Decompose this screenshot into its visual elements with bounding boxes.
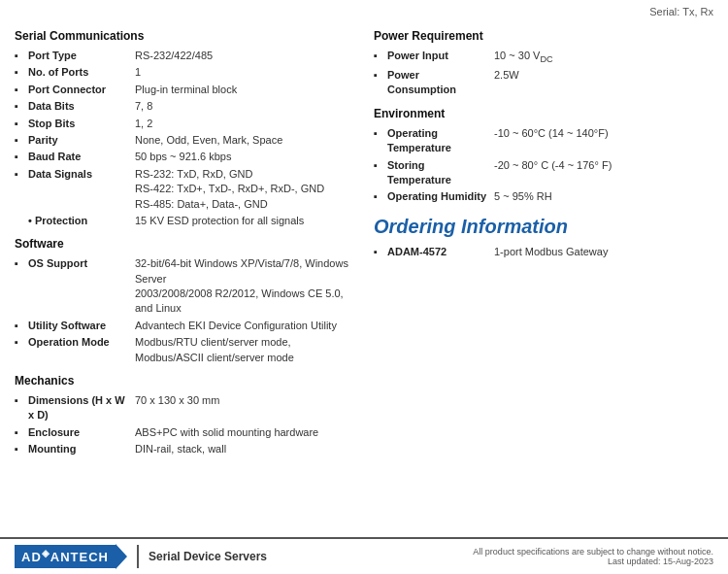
bullet: ▪ [374,125,385,157]
row-value: 1 [133,64,364,81]
footer-notice: All product specifications are subject t… [473,547,713,557]
row-value: Modbus/RTU client/server mode,Modbus/ASC… [133,334,364,366]
row-label: Stop Bits [26,116,133,132]
advantech-logo-text: AD◈ANTECH [15,545,116,567]
bullet: ▪ [374,67,385,99]
table-row: ▪ No. of Ports 1 [15,64,364,81]
row-value: 5 ~ 95% RH [492,188,713,205]
row-value: -10 ~ 60°C (14 ~ 140°F) [492,125,713,157]
bullet: ▪ [374,48,385,67]
row-label: Dimensions (H x W x D) [26,392,133,424]
software-title: Software [15,237,364,251]
row-label: Power Consumption [385,67,492,99]
bullet: ▪ [15,334,26,366]
serial-comm-table: ▪ Port Type RS-232/422/485 ▪ No. of Port… [15,48,364,229]
right-column: Power Requirement ▪ Power Input 10 ~ 30 … [374,29,713,462]
bullet: ▪ [15,132,26,149]
software-table: ▪ OS Support 32-bit/64-bit Windows XP/Vi… [15,255,364,366]
table-row: ▪ Baud Rate 50 bps ~ 921.6 kbps [15,149,364,165]
table-row: ▪ Power Input 10 ~ 30 VDC [374,48,713,67]
row-value: Plug-in terminal block [133,82,364,98]
table-row: ▪ Power Consumption 2.5W [374,67,713,99]
table-row: ▪ Storing Temperature -20 ~ 80° C (-4 ~ … [374,157,713,189]
table-row: ▪ Operating Temperature -10 ~ 60°C (14 ~… [374,125,713,157]
environment-title: Environment [374,107,713,120]
bullet: ▪ [15,166,26,213]
row-value: 32-bit/64-bit Windows XP/Vista/7/8, Wind… [133,255,364,318]
table-row: ▪ OS Support 32-bit/64-bit Windows XP/Vi… [15,255,364,318]
left-column: Serial Communications ▪ Port Type RS-232… [15,29,364,462]
serial-comm-title: Serial Communications [15,29,364,43]
row-label: Baud Rate [26,149,133,165]
table-row: ▪ Dimensions (H x W x D) 70 x 130 x 30 m… [15,392,364,424]
row-value: -20 ~ 80° C (-4 ~ 176° F) [492,157,713,189]
row-value: 7, 8 [133,98,364,115]
row-value: 2.5W [492,67,713,99]
footer-right: All product specifications are subject t… [473,547,713,566]
bullet [15,213,26,229]
row-value: RS-232/422/485 [133,48,364,64]
table-row: • Protection 15 KV ESD protection for al… [15,213,364,229]
row-label: Enclosure [26,424,133,441]
bullet: ▪ [15,116,26,132]
row-label: Data Bits [26,98,133,115]
footer-divider [137,545,139,568]
row-label: Operation Mode [26,334,133,366]
mechanics-title: Mechanics [15,374,364,388]
bullet: ▪ [15,98,26,115]
power-table: ▪ Power Input 10 ~ 30 VDC ▪ Power Consum… [374,48,713,99]
row-label: No. of Ports [26,64,133,81]
footer-logo: AD◈ANTECH [15,544,127,569]
bullet: ▪ [15,424,26,441]
table-row: ▪ Operating Humidity 5 ~ 95% RH [374,188,713,205]
table-row: ▪ Data Bits 7, 8 [15,98,364,115]
row-value: ABS+PC with solid mounting hardware [133,424,364,441]
table-row: ▪ Port Connector Plug-in terminal block [15,82,364,98]
footer-tagline: Serial Device Servers [149,550,267,563]
row-value: 70 x 130 x 30 mm [133,392,364,424]
row-value: RS-232: TxD, RxD, GNDRS-422: TxD+, TxD-,… [133,166,364,213]
environment-table: ▪ Operating Temperature -10 ~ 60°C (14 ~… [374,125,713,206]
row-label: Parity [26,132,133,149]
row-value: DIN-rail, stack, wall [133,441,364,457]
bullet: ▪ [374,244,385,260]
row-label: OS Support [26,255,133,318]
row-value: 15 KV ESD protection for all signals [133,213,364,229]
bullet: ▪ [15,48,26,64]
bullet: ▪ [15,64,26,81]
footer: AD◈ANTECH Serial Device Servers All prod… [0,537,728,574]
bullet: ▪ [15,441,26,457]
power-title: Power Requirement [374,29,713,43]
row-value: None, Odd, Even, Mark, Space [133,132,364,149]
table-row: ▪ Port Type RS-232/422/485 [15,48,364,64]
table-row: ▪ Mounting DIN-rail, stack, wall [15,441,364,457]
row-label: Operating Humidity [385,188,492,205]
bullet: ▪ [15,392,26,424]
mechanics-table: ▪ Dimensions (H x W x D) 70 x 130 x 30 m… [15,392,364,458]
row-label: Port Connector [26,82,133,98]
row-value: 10 ~ 30 VDC [492,48,713,67]
table-row: ▪ Data Signals RS-232: TxD, RxD, GNDRS-4… [15,166,364,213]
bullet: ▪ [374,188,385,205]
serial-top-note: Serial: Tx, Rx [0,0,728,19]
row-value: Advantech EKI Device Configuration Utili… [133,318,364,334]
row-label: Utility Software [26,318,133,334]
table-row: ▪ ADAM-4572 1-port Modbus Gateway [374,244,713,260]
table-row: ▪ Stop Bits 1, 2 [15,116,364,132]
logo-arrow-icon [116,544,127,569]
table-row: ▪ Operation Mode Modbus/RTU client/serve… [15,334,364,366]
bullet: ▪ [15,82,26,98]
row-value: 1-port Modbus Gateway [492,244,713,260]
bullet: ▪ [15,149,26,165]
row-label: • Protection [26,213,133,229]
row-label: Storing Temperature [385,157,492,189]
ordering-title: Ordering Information [374,216,713,238]
bullet: ▪ [15,318,26,334]
footer-last-updated: Last updated: 15-Aug-2023 [608,557,713,566]
table-row: ▪ Enclosure ABS+PC with solid mounting h… [15,424,364,441]
ordering-table: ▪ ADAM-4572 1-port Modbus Gateway [374,244,713,260]
row-label: Mounting [26,441,133,457]
row-label: Power Input [385,48,492,67]
bullet: ▪ [15,255,26,318]
row-label: Operating Temperature [385,125,492,157]
